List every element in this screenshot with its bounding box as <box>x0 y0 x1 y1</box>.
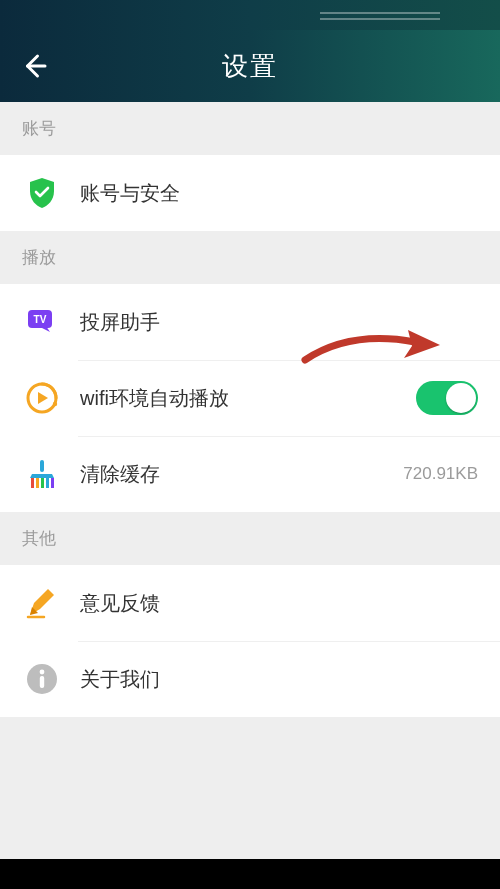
section-header-playback: 播放 <box>0 231 500 284</box>
status-bar-decor <box>320 18 440 20</box>
app-header: 设置 <box>0 30 500 102</box>
row-cast-helper[interactable]: TV 投屏助手 <box>0 284 500 360</box>
svg-text:TV: TV <box>34 314 47 325</box>
broom-icon <box>22 454 62 494</box>
svg-rect-10 <box>46 478 49 488</box>
page-title: 设置 <box>222 49 278 84</box>
play-circle-icon <box>22 378 62 418</box>
wifi-autoplay-toggle[interactable] <box>416 381 478 415</box>
back-arrow-icon <box>20 51 50 81</box>
svg-point-5 <box>53 402 57 406</box>
android-nav-bar <box>0 859 500 889</box>
row-label: 意见反馈 <box>80 590 478 617</box>
row-label: 关于我们 <box>80 666 478 693</box>
section-playback: TV 投屏助手 wifi环境自动播放 <box>0 284 500 512</box>
cache-size-value: 720.91KB <box>403 464 478 484</box>
row-label: 投屏助手 <box>80 309 478 336</box>
row-clear-cache[interactable]: 清除缓存 720.91KB <box>0 436 500 512</box>
toggle-knob <box>446 383 476 413</box>
svg-rect-11 <box>51 478 54 488</box>
section-header-account: 账号 <box>0 102 500 155</box>
info-icon <box>22 659 62 699</box>
row-label: 清除缓存 <box>80 461 403 488</box>
svg-point-14 <box>40 670 45 675</box>
section-account: 账号与安全 <box>0 155 500 231</box>
row-about[interactable]: 关于我们 <box>0 641 500 717</box>
svg-rect-9 <box>41 478 44 488</box>
status-bar <box>0 0 500 30</box>
back-button[interactable] <box>18 49 52 83</box>
empty-space <box>0 717 500 859</box>
row-feedback[interactable]: 意见反馈 <box>0 565 500 641</box>
svg-rect-8 <box>36 478 39 488</box>
svg-rect-6 <box>40 460 44 472</box>
row-wifi-autoplay: wifi环境自动播放 <box>0 360 500 436</box>
row-label: wifi环境自动播放 <box>80 385 416 412</box>
row-account-security[interactable]: 账号与安全 <box>0 155 500 231</box>
svg-rect-15 <box>40 676 44 688</box>
svg-marker-4 <box>38 392 48 404</box>
pen-icon <box>22 583 62 623</box>
svg-rect-7 <box>31 478 34 488</box>
shield-icon <box>22 173 62 213</box>
section-other: 意见反馈 关于我们 <box>0 565 500 717</box>
tv-chat-icon: TV <box>22 302 62 342</box>
status-bar-decor <box>320 12 440 14</box>
section-header-other: 其他 <box>0 512 500 565</box>
row-label: 账号与安全 <box>80 180 478 207</box>
